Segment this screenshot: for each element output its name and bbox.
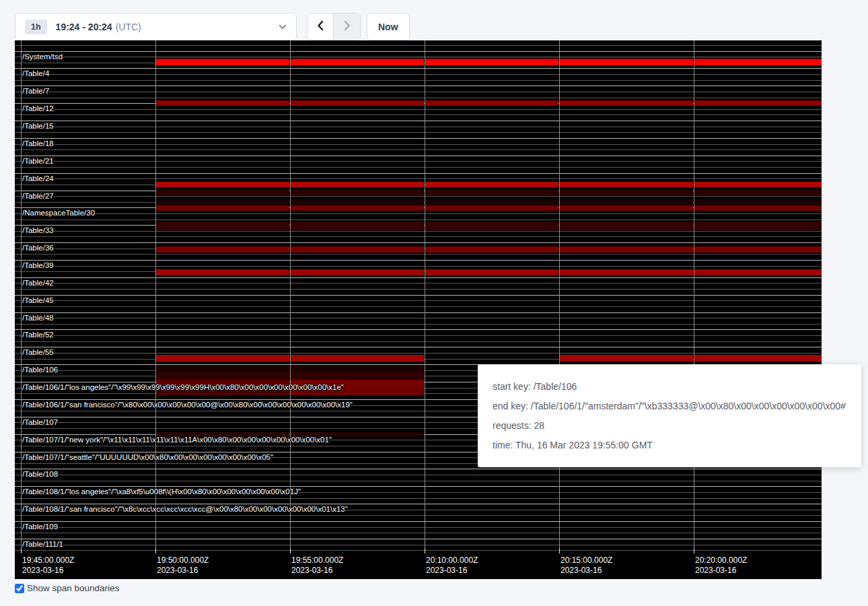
time-range-select[interactable]: 1h 19:24 - 20:24 (UTC) [15,13,297,40]
axis-time-label: 20:15:00.000Z [560,556,612,565]
gridline-horizontal [15,481,822,481]
gridline-horizontal [15,527,822,528]
heat-band [560,182,693,187]
gridline-horizontal [15,213,822,214]
heat-band [156,59,289,65]
row-label: /NamespaceTable/30 [22,209,95,217]
gridline-vertical [155,40,156,553]
footer: Show span boundaries [15,583,119,593]
heat-band [694,205,822,211]
row-label: /Table/108/1/"san francisco"/"\x8c\xcc\x… [22,505,348,514]
row-label: /Table/36 [22,244,54,252]
time-range-badge: 1h [25,20,47,34]
tooltip-start-key: start key: /Table/106 [493,381,846,392]
heat-band [560,222,693,230]
gridline-horizontal [15,114,822,115]
row-label: /Table/48 [22,314,54,323]
gridline-horizontal [15,324,822,325]
key-visualizer[interactable]: /System/tsd/Table/4/Table/7/Table/12/Tab… [15,40,822,579]
now-button[interactable]: Now [367,13,410,40]
heatmap-plot[interactable]: /System/tsd/Table/4/Table/7/Table/12/Tab… [15,40,822,553]
heat-band [560,189,693,195]
heat-band [694,59,822,65]
gridline-horizontal [15,289,822,290]
heat-band [560,205,693,211]
heat-band [291,189,424,195]
heat-band [156,199,289,205]
row-label: /Table/107 [22,418,58,427]
chevron-down-icon [279,24,287,30]
heat-band [156,355,289,362]
heat-band [694,100,822,106]
time-nav-group [307,13,361,40]
next-interval-button[interactable] [334,13,360,40]
gridline-horizontal [15,161,822,162]
gridline-horizontal [15,545,822,545]
prev-interval-button[interactable] [308,13,334,40]
heat-band [560,355,693,362]
row-label: /Table/108 [22,470,58,479]
gridline-horizontal [15,144,822,145]
tooltip: start key: /Table/106 end key: /Table/10… [478,364,861,467]
chevron-right-icon [343,20,351,34]
heat-band [156,205,289,211]
heat-band [291,366,424,372]
axis-date-label: 2023-03-16 [291,566,332,575]
row-label: /Table/42 [22,279,54,288]
row-label: /Table/55 [22,348,54,357]
heat-band [560,269,693,275]
gridline-horizontal [15,498,822,499]
heat-band [425,182,558,187]
row-label: /Table/111/1 [22,540,63,549]
row-label: /Table/107/1/"new york"/"\x11\x11\x11\x1… [22,436,332,444]
heat-band [694,355,822,362]
show-span-boundaries-label: Show span boundaries [27,583,119,593]
heat-band [156,189,289,195]
heat-band [560,199,693,205]
span-boundary-line [15,242,822,243]
heat-band [291,59,424,65]
gridline-horizontal [15,254,822,255]
row-label: /Table/24 [22,174,54,183]
row-label: /Table/4 [22,69,49,78]
heat-band [291,372,424,380]
gridline-horizontal [15,341,822,342]
row-label: /Table/12 [22,104,54,113]
span-boundary-line [15,277,822,278]
gridline-horizontal [15,266,822,267]
axis-time-label: 19:45:00.000Z [22,556,74,565]
row-label: /Table/107/1/"seattle"/"UUUUUUD\x00\x80\… [22,453,273,462]
span-boundary-line [15,51,822,52]
row-label: /Table/33 [22,226,54,235]
span-boundary-line [15,347,822,347]
gridline-horizontal [15,220,822,220]
heat-band [694,199,822,205]
gridline-horizontal [15,515,822,516]
gridline-horizontal [15,231,822,232]
row-label: /Table/106 [22,366,58,374]
heat-band [694,222,822,230]
row-label: /Table/52 [22,331,54,339]
axis-date-label: 2023-03-16 [22,566,63,575]
gridline-horizontal [15,306,822,307]
row-label: /Table/15 [22,122,54,131]
gridline-horizontal [15,45,822,46]
gridline-horizontal [15,300,822,301]
gridline-vertical [425,40,425,553]
heat-band [560,246,693,252]
heat-band [425,189,558,195]
gridline-horizontal [15,335,822,336]
gridline-horizontal [15,353,822,354]
heat-band [156,269,289,275]
heat-band [560,59,693,65]
heat-band [694,246,822,252]
heat-band [425,246,558,252]
heat-band [291,355,424,362]
row-label: /Table/18 [22,139,54,148]
row-label: /Table/39 [22,261,54,270]
show-span-boundaries-checkbox[interactable] [15,584,24,593]
heat-band [156,372,289,380]
time-range-label: 19:24 - 20:24 [56,22,112,32]
gridline-horizontal [15,283,822,283]
gridline-vertical [559,40,560,553]
